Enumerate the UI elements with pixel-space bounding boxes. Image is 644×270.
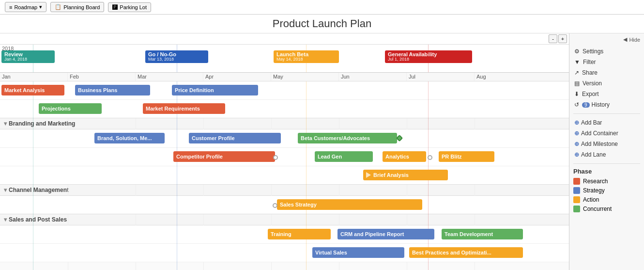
plus-icon-bar: ⊕ — [574, 119, 579, 126]
menu-share[interactable]: ↗ Share — [573, 68, 640, 78]
zoom-in-button[interactable]: + — [558, 34, 567, 43]
phase-action: Action — [573, 196, 640, 203]
phase-title: Phase — [573, 168, 640, 175]
bar-team-development[interactable]: Team Development — [442, 229, 523, 239]
section-channel-management[interactable]: ▾ Channel Management — [0, 185, 569, 196]
milestone-review[interactable]: Review Jan 4, 2018 — [1, 50, 55, 63]
menu-settings[interactable]: ⚙ Settings — [573, 47, 640, 56]
menu-filter[interactable]: ▼ Filter — [573, 57, 640, 67]
phase-concurrent-color — [573, 206, 580, 212]
bar-business-plans[interactable]: Business Plans — [75, 85, 150, 95]
milestones-header: 2018 Review Jan 4, 2018 Go / No-Go Mar 1… — [0, 45, 569, 73]
add-container-button[interactable]: ⊕ Add Container — [573, 128, 640, 138]
sales-row2: Virtual Sales Best Practices and Optimiz… — [0, 244, 569, 262]
bar-analytics[interactable]: Analytics — [383, 151, 426, 162]
menu-history[interactable]: ↺ 9 History — [573, 100, 640, 110]
roadmap-button[interactable]: ≡ Roadmap ▾ — [5, 2, 46, 12]
month-jan: Jan — [0, 73, 68, 81]
right-panel: ◀ Hide ⚙ Settings ▼ Filter ↗ Share ▤ Ver… — [569, 33, 644, 270]
title-bar: Product Launch Plan — [0, 15, 644, 33]
gantt-area: - + 2018 Review Jan 4, 2018 Go / No-Go M… — [0, 33, 569, 270]
bar-customer-profile[interactable]: Customer Profile — [189, 133, 281, 143]
product-planning-row2: Projections Market Requirements — [0, 100, 569, 118]
month-apr: Apr — [203, 73, 271, 81]
bar-pr-blitz[interactable]: PR Blitz — [439, 151, 494, 162]
phase-research: Research — [573, 178, 640, 185]
bar-beta-customers[interactable]: Beta Customers/Advocates — [298, 133, 397, 143]
add-bar-button[interactable]: ⊕ Add Bar — [573, 118, 640, 127]
bar-virtual-sales[interactable]: Virtual Sales — [312, 247, 404, 258]
export-icon: ⬇ — [574, 91, 579, 97]
bar-lead-gen[interactable]: Lead Gen — [315, 151, 373, 162]
plus-icon-lane: ⊕ — [574, 151, 579, 158]
phase-strategy: Strategy — [573, 187, 640, 194]
month-aug: Aug — [475, 73, 542, 81]
bar-market-analysis[interactable]: Market Analysis — [1, 85, 64, 95]
month-mar: Mar — [136, 73, 203, 81]
parking-lot-button[interactable]: 🅿 Parking Lot — [108, 2, 151, 12]
hide-button[interactable]: ◀ Hide — [573, 36, 640, 43]
product-planning-row1: Market Analysis Business Plans Price Def… — [0, 81, 569, 100]
branding-row2: Competitor Profile Lead Gen Analytics PR… — [0, 148, 569, 166]
phase-strategy-color — [573, 187, 580, 194]
add-lane-button[interactable]: ⊕ Add Lane — [573, 150, 640, 159]
months-row: Jan Feb Mar Apr May Jun Jul Aug — [0, 73, 569, 81]
phase-research-color — [573, 178, 580, 185]
bar-projections[interactable]: Projections — [39, 103, 102, 114]
share-icon: ↗ — [574, 69, 579, 76]
sales-row1: Training CRM and Pipeline Report Team De… — [0, 225, 569, 244]
menu-version[interactable]: ▤ Version — [573, 79, 640, 88]
hide-icon: ◀ — [623, 36, 627, 43]
bar-training[interactable]: Training — [268, 229, 331, 239]
top-bar: ≡ Roadmap ▾ 📋 Planning Board 🅿 Parking L… — [0, 0, 644, 15]
bar-brand-solution[interactable]: Brand, Solution, Me... — [94, 133, 165, 143]
planning-icon: 📋 — [55, 4, 61, 10]
settings-icon: ⚙ — [574, 48, 580, 55]
parking-icon: 🅿 — [112, 4, 118, 10]
menu-export[interactable]: ⬇ Export — [573, 89, 640, 99]
channel-row1: Sales Strategy — [0, 196, 569, 214]
bar-brief-analysis[interactable]: Brief Analysis — [363, 170, 448, 180]
plus-icon-milestone: ⊕ — [574, 141, 579, 147]
milestone-general-availability[interactable]: General Availability Jul 1, 2018 — [385, 50, 472, 63]
month-jul: Jul — [407, 73, 475, 81]
month-feb: Feb — [68, 73, 136, 81]
branding-row3: Brief Analysis — [0, 166, 569, 185]
section-branding-marketing[interactable]: ▾ Branding and Marketing — [0, 118, 569, 129]
chevron-down-icon: ▾ — [39, 4, 42, 10]
roadmap-icon: ≡ — [9, 4, 12, 10]
filter-icon: ▼ — [574, 59, 580, 65]
divider-1 — [573, 113, 640, 114]
top-controls: - + — [0, 33, 569, 45]
plus-icon-container: ⊕ — [574, 130, 579, 137]
section-sales-post-sales[interactable]: ▾ Sales and Post Sales — [0, 214, 569, 225]
gantt-scroll: 2018 Review Jan 4, 2018 Go / No-Go Mar 1… — [0, 45, 569, 270]
divider-2 — [573, 163, 640, 164]
bar-competitor-profile[interactable]: Competitor Profile — [173, 151, 275, 162]
gantt-content[interactable]: Market Analysis Business Plans Price Def… — [0, 81, 569, 270]
planning-board-button[interactable]: 📋 Planning Board — [50, 2, 104, 12]
bar-best-practices[interactable]: Best Practices and Optimizati... — [409, 247, 523, 258]
bar-crm-pipeline[interactable]: CRM and Pipeline Report — [337, 229, 434, 239]
collapse-branding-icon: ▾ — [4, 120, 7, 127]
bar-sales-strategy[interactable]: Sales Strategy — [277, 199, 422, 210]
collapse-sales-icon: ▾ — [4, 216, 7, 223]
main-layout: - + 2018 Review Jan 4, 2018 Go / No-Go M… — [0, 33, 644, 270]
bar-price-definition[interactable]: Price Definition — [172, 85, 258, 95]
add-milestone-button[interactable]: ⊕ Add Milestone — [573, 139, 640, 149]
month-may: May — [271, 73, 339, 81]
branding-row1: Brand, Solution, Me... Customer Profile … — [0, 129, 569, 148]
collapse-channel-icon: ▾ — [4, 187, 7, 193]
bar-market-requirements[interactable]: Market Requirements — [143, 103, 225, 114]
month-jun: Jun — [339, 73, 407, 81]
version-icon: ▤ — [574, 80, 580, 87]
phase-concurrent: Concurrent — [573, 206, 640, 212]
phase-action-color — [573, 196, 580, 203]
history-icon: ↺ — [574, 101, 579, 108]
zoom-out-button[interactable]: - — [549, 34, 557, 43]
